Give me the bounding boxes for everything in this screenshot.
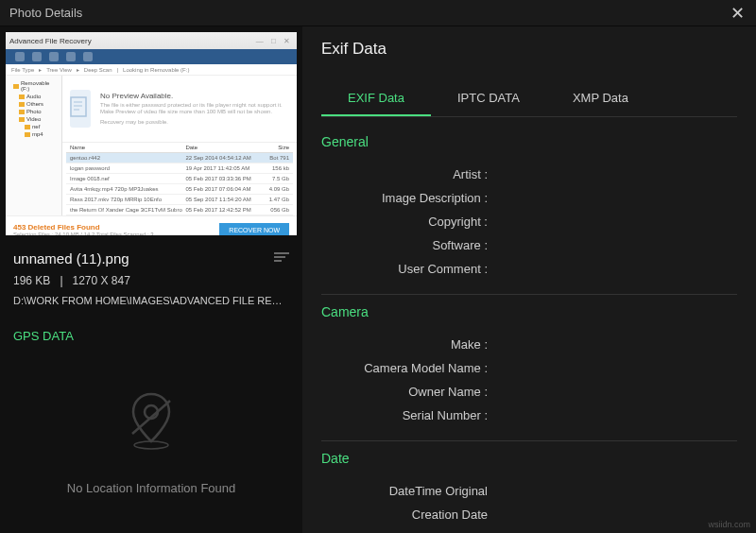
field-serial-number: Serial Number : — [321, 404, 737, 427]
field-user-comment: User Comment : — [321, 257, 737, 281]
tab-exif[interactable]: EXIF Data — [321, 81, 431, 116]
table-row: gentoo.r44222 Sep 2014 04:54:12 AMBot 79… — [66, 153, 293, 163]
field-artist: Artist : — [321, 163, 737, 186]
image-thumbnail[interactable]: Advanced File Recovery — □ ✕ File Type ▸… — [6, 32, 297, 235]
file-info: unnamed (11).png 196 KB | 1270 X 847 D:\… — [0, 241, 302, 316]
table-row: logan password19 Apr 2017 11:42:05 AM156… — [66, 163, 293, 174]
thumb-recover-button: RECOVER NOW — [219, 223, 289, 235]
file-name: unnamed (11).png — [13, 250, 129, 266]
thumb-app-title: Advanced File Recovery — [9, 37, 92, 45]
field-label: User Comment : — [321, 262, 491, 276]
right-panel: Exif Data EXIF Data IPTC DATA XMP Data G… — [302, 26, 756, 533]
close-icon[interactable]: ✕ — [728, 3, 747, 24]
svg-rect-0 — [71, 97, 86, 116]
section-divider — [321, 294, 737, 295]
field-copyright: Copyright : — [321, 210, 737, 233]
gps-content: No Location Information Found — [13, 362, 289, 520]
thumb-preview-note: Recovery may be possible. — [100, 119, 289, 126]
field-make: Make : — [321, 333, 737, 356]
table-row: Rass 2017.mkv 720p MRRip 10Enfo05 Sep 20… — [66, 195, 293, 205]
field-image-description: Image Description : — [321, 186, 737, 210]
field-label: Serial Number : — [321, 408, 491, 422]
field-label: Owner Name : — [321, 385, 491, 399]
field-label: Software : — [321, 238, 491, 252]
thumb-window-controls: — □ ✕ — [256, 37, 293, 45]
document-icon — [70, 90, 91, 128]
field-software: Software : — [321, 233, 737, 257]
table-row: the Return Of Xander Cage 3CF1TvM Subro0… — [66, 205, 293, 215]
tabs: EXIF Data IPTC DATA XMP Data — [321, 81, 737, 117]
thumb-files-sub: Selection Files : 24.10 MB / 14.2 Total … — [13, 232, 154, 235]
gps-section: GPS DATA No Location Information Found — [0, 316, 302, 533]
field-datetime-original: DateTime Original — [321, 479, 737, 503]
thumb-preview-sub: The file is either password protected or… — [100, 102, 289, 115]
watermark: wsiidn.com — [708, 520, 750, 529]
field-label: Camera Model Name : — [321, 361, 491, 375]
tab-xmp[interactable]: XMP Data — [546, 81, 655, 116]
section-camera-title: Camera — [321, 304, 737, 319]
no-location-text: No Location Information Found — [67, 481, 236, 495]
field-label: Image Description : — [321, 191, 491, 205]
field-owner-name: Owner Name : — [321, 380, 737, 404]
exif-panel-title: Exif Data — [321, 40, 737, 59]
thumb-footer: 453 Deleted Files Found Selection Files … — [6, 215, 297, 235]
field-label: Artist : — [321, 167, 491, 181]
field-creation-date: Creation Date — [321, 503, 737, 526]
thumb-body: Removable (F:) Audio Others Photo Video … — [6, 76, 297, 215]
dialog-header: Photo Details ✕ — [0, 0, 756, 26]
thumbnail-container: Advanced File Recovery — □ ✕ File Type ▸… — [0, 26, 302, 241]
thumb-toolbar — [6, 49, 297, 64]
section-date-title: Date — [321, 451, 737, 466]
thumb-preview-text: No Preview Available. The file is either… — [100, 92, 289, 127]
file-dimensions: 1270 X 847 — [73, 274, 130, 287]
file-size: 196 KB — [13, 274, 50, 287]
thumb-files-found: 453 Deleted Files Found — [13, 223, 154, 232]
thumb-preview-title: No Preview Available. — [100, 92, 289, 100]
thumb-titlebar: Advanced File Recovery — □ ✕ — [6, 32, 297, 49]
more-options-icon[interactable] — [274, 251, 289, 266]
table-row: Avita 4mkqy.mp4 720p MP3Juakes05 Feb 201… — [66, 184, 293, 195]
gps-title: GPS DATA — [13, 329, 289, 343]
thumb-preview-area: No Preview Available. The file is either… — [62, 76, 297, 143]
field-label: Creation Date — [321, 507, 491, 522]
location-pin-icon — [118, 387, 184, 453]
table-header: Name Date Size — [66, 143, 293, 153]
field-label: Copyright : — [321, 215, 491, 229]
table-row: Image 0018.nef05 Feb 2017 03:33:36 PM7.5… — [66, 174, 293, 184]
file-meta: 196 KB | 1270 X 847 — [13, 274, 289, 287]
section-divider — [321, 440, 737, 441]
dialog-title: Photo Details — [9, 6, 82, 20]
thumb-breadcrumb: File Type ▸ Tree View ▸ Deep Scan | Look… — [6, 64, 297, 76]
field-label: DateTime Original — [321, 484, 491, 498]
section-general-title: General — [321, 134, 737, 149]
thumb-file-table: Name Date Size gentoo.r44222 Sep 2014 04… — [62, 143, 297, 215]
tab-iptc[interactable]: IPTC DATA — [431, 81, 546, 116]
thumb-main: No Preview Available. The file is either… — [62, 76, 297, 215]
thumb-sidebar: Removable (F:) Audio Others Photo Video … — [6, 76, 62, 215]
field-label: Make : — [321, 337, 491, 352]
left-panel: Advanced File Recovery — □ ✕ File Type ▸… — [0, 26, 302, 533]
file-path: D:\WORK FROM HOME\IMAGES\ADVANCED FILE R… — [13, 295, 289, 306]
main-container: Advanced File Recovery — □ ✕ File Type ▸… — [0, 26, 756, 533]
field-camera-model: Camera Model Name : — [321, 356, 737, 380]
